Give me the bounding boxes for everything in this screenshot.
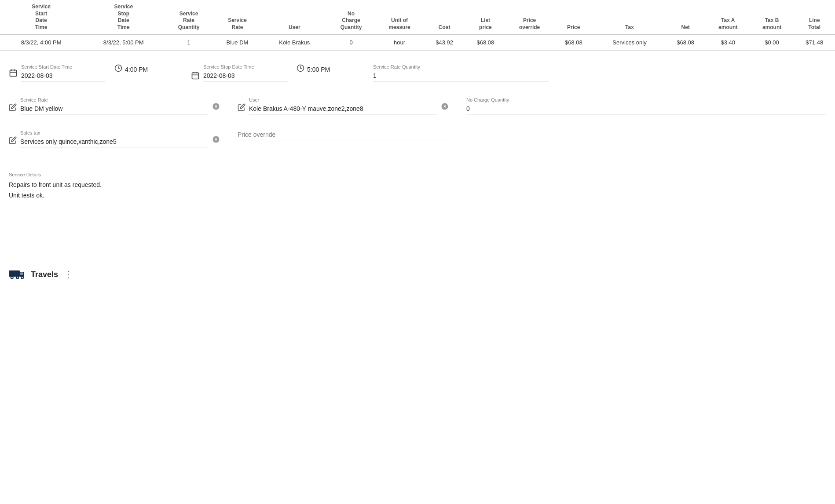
x-circle-tax-svg [212, 135, 220, 143]
service-stop-date-label: Service Stop Date Time [203, 64, 288, 69]
user-input[interactable] [249, 104, 437, 114]
service-start-date-input[interactable] [21, 71, 106, 81]
truck-icon [9, 267, 25, 282]
clear-service-rate-button[interactable] [212, 102, 220, 114]
edit-service-rate-icon[interactable] [9, 103, 17, 114]
no-charge-qty-field: No Charge Quantity [466, 97, 826, 114]
travels-menu-button[interactable]: ⋮ [64, 269, 73, 280]
cell-unit: hour [375, 35, 424, 51]
service-start-time-group [114, 64, 165, 75]
service-rate-field: Service Rate [20, 97, 209, 114]
user-field: User [249, 97, 437, 114]
service-rate-label: Service Rate [20, 97, 209, 102]
cell-service-rate: Blue DM [213, 35, 262, 51]
service-details-label: Service Details [9, 172, 826, 177]
clock-stop-icon [297, 64, 304, 75]
user-group: User [238, 97, 449, 114]
service-line-table: ServiceStartDateTime ServiceStopDateTime… [0, 0, 835, 51]
col-list-price: Listprice [465, 0, 506, 35]
clear-user-button[interactable] [441, 102, 449, 114]
service-rate-input[interactable] [20, 104, 209, 114]
cell-line-total: $71.48 [794, 35, 835, 51]
clock-svg [114, 64, 122, 72]
service-stop-date-group: Service Stop Date Time [191, 64, 288, 81]
col-rate-qty: ServiceRateQuantity [165, 0, 212, 35]
col-tax-a: Tax Aamount [706, 0, 750, 35]
no-charge-qty-input[interactable] [466, 104, 826, 114]
cell-tax-b: $0.00 [750, 35, 794, 51]
clock-stop-svg [297, 64, 304, 72]
service-stop-time-field [307, 65, 347, 75]
clear-sales-tax-button[interactable] [212, 135, 220, 147]
service-rate-group: Service Rate [9, 97, 220, 114]
travels-section: Travels ⋮ [0, 259, 835, 291]
sales-tax-field: Sales tax [20, 130, 209, 147]
sales-tax-group: Sales tax [9, 130, 220, 147]
col-price: Price [553, 0, 594, 35]
no-charge-qty-label: No Charge Quantity [466, 97, 826, 102]
col-tax: Tax [594, 0, 665, 35]
col-line-total: LineTotal [794, 0, 835, 35]
col-service-start: ServiceStartDateTime [0, 0, 82, 35]
calendar-icon [9, 69, 18, 81]
x-circle-svg [212, 102, 220, 110]
service-start-date-label: Service Start Date Time [21, 64, 106, 69]
form-row-3: Sales tax [9, 130, 826, 147]
truck-svg [9, 267, 25, 281]
col-no-charge-qty: NoChargeQuantity [327, 0, 375, 35]
travels-label: Travels [31, 270, 58, 279]
svg-point-27 [22, 277, 23, 278]
form-row-1: Service Start Date Time Serv [9, 64, 826, 81]
service-stop-time-input[interactable] [307, 65, 347, 75]
calendar-stop-svg [191, 71, 200, 80]
edit-user-icon[interactable] [238, 103, 245, 114]
service-rate-qty-input[interactable] [373, 71, 549, 81]
service-start-time-field [125, 65, 165, 75]
svg-point-23 [11, 277, 13, 278]
col-price-override: Priceoverride [506, 0, 553, 35]
calendar-svg [9, 69, 18, 77]
svg-rect-5 [192, 73, 199, 79]
cell-net: $68.08 [665, 35, 706, 51]
service-details-text: Repairs to front unit as requested. Unit… [9, 180, 826, 201]
service-details-line2: Unit tests ok. [9, 190, 826, 201]
col-service-stop: ServiceStopDateTime [82, 0, 165, 35]
service-rate-qty-label: Service Rate Quantity [373, 64, 549, 69]
service-start-date-field: Service Start Date Time [21, 64, 106, 81]
sales-tax-label: Sales tax [20, 130, 209, 135]
cell-cost: $43.92 [424, 35, 465, 51]
service-start-date-group: Service Start Date Time [9, 64, 106, 81]
svg-rect-0 [10, 70, 17, 77]
col-net: Net [665, 0, 706, 35]
service-start-time-input[interactable] [125, 65, 165, 75]
cell-service-stop: 8/3/22, 5:00 PM [82, 35, 165, 51]
service-stop-date-field: Service Stop Date Time [203, 64, 288, 81]
x-circle-user-svg [441, 102, 449, 110]
service-rate-qty-field: Service Rate Quantity [373, 64, 549, 81]
service-stop-date-input[interactable] [203, 71, 288, 81]
svg-rect-21 [20, 272, 23, 274]
sales-tax-input[interactable] [20, 137, 209, 147]
col-unit-of-measure: Unit ofmeasure [375, 0, 424, 35]
service-details-line1: Repairs to front unit as requested. [9, 180, 826, 190]
cell-user: Kole Brakus [262, 35, 327, 51]
cell-price-override [506, 35, 553, 51]
user-label: User [249, 97, 437, 102]
cell-tax: Services only [594, 35, 665, 51]
price-override-input[interactable] [238, 130, 449, 140]
cell-price: $68.08 [553, 35, 594, 51]
col-user: User [262, 0, 327, 35]
svg-rect-19 [9, 270, 20, 277]
col-service-rate: ServiceRate [213, 0, 262, 35]
price-override-field [238, 130, 449, 140]
cell-list-price: $68.08 [465, 35, 506, 51]
service-details-section: Service Details Repairs to front unit as… [0, 172, 835, 210]
table-row[interactable]: 8/3/22, 4:00 PM 8/3/22, 5:00 PM 1 Blue D… [0, 35, 835, 51]
edit-sales-tax-icon[interactable] [9, 136, 17, 147]
col-cost: Cost [424, 0, 465, 35]
clock-icon [114, 64, 122, 75]
cell-no-charge-qty: 0 [327, 35, 375, 51]
cell-rate-qty: 1 [165, 35, 212, 51]
calendar-stop-icon [191, 71, 200, 81]
form-row-2: Service Rate User [9, 97, 826, 114]
